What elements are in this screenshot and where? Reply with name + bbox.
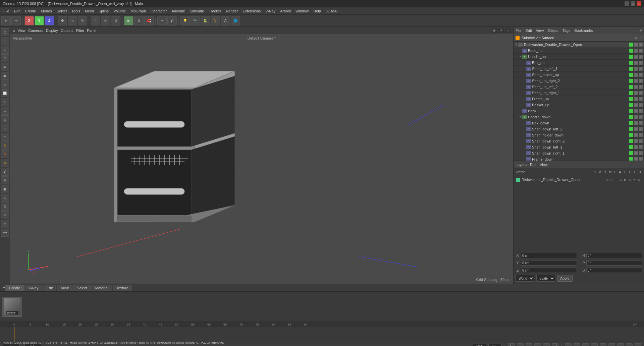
rend-dot-6[interactable]: ⊞ <box>634 85 638 89</box>
mat-menu-icon[interactable]: ≡ <box>3 286 5 290</box>
light-button[interactable]: 💡 <box>180 16 190 25</box>
layer-icon2[interactable]: □ <box>611 178 612 181</box>
layer-icon6[interactable]: ⊕ <box>629 178 631 181</box>
left-tool-curve[interactable]: ~ <box>1 133 9 141</box>
transport-to-end[interactable]: ▶| <box>552 343 558 346</box>
mot-dot-9[interactable]: ✕ <box>639 103 643 107</box>
mot-dot-12[interactable]: ✕ <box>639 121 643 125</box>
paint-button[interactable]: ✏ <box>157 16 167 25</box>
rend-dot-12[interactable]: ⊞ <box>634 121 638 125</box>
menu-item-simulate[interactable]: Simulate <box>188 8 206 14</box>
menu-item-animate[interactable]: Animate <box>169 8 187 14</box>
tree-item-back[interactable]: ◻ Back ⊞ ✕ <box>514 108 644 114</box>
rotate-tool-button[interactable]: ↻ <box>78 16 87 25</box>
panel-icon1[interactable]: ↑ <box>633 28 635 32</box>
left-tool-dollar[interactable]: $ <box>1 141 9 150</box>
timeline-track[interactable] <box>0 327 644 342</box>
layer-icon4[interactable]: ⊡ <box>620 178 622 181</box>
tab-edit[interactable]: Edit <box>43 285 56 291</box>
panel-icon3[interactable]: ⤢ <box>639 28 642 32</box>
mot-dot-13[interactable]: ✕ <box>639 127 643 131</box>
timeline-ruler[interactable]: 0 5 10 15 20 25 30 35 40 45 50 55 60 65 … <box>0 322 644 327</box>
transport-prev-key[interactable]: ◀◀ <box>517 343 524 346</box>
select-all-button[interactable]: ⬚ <box>91 16 100 25</box>
coord-z-pos-input[interactable] <box>521 268 577 273</box>
tree-item-shelf_up_right_1[interactable]: ◻ Shelf_up_right_1 ⊞ ✕ <box>514 90 644 96</box>
menu-item-edit[interactable]: Edit <box>12 8 22 14</box>
menu-item-v-ray[interactable]: V-Ray <box>263 8 277 14</box>
viewport-panel-menu[interactable]: Panel <box>87 28 96 33</box>
tree-item-shelf_holder_down[interactable]: ◻ Shelf_holder_down ⊞ ✕ <box>514 132 644 138</box>
vray-button[interactable]: V <box>211 16 220 25</box>
layer-row-main[interactable]: Dishwasher_Double_Drawer_Open ◎ □ ⬚ ⊡ ▶ … <box>515 176 643 183</box>
mode-x-button[interactable]: X <box>24 16 34 25</box>
layer-icon8[interactable]: ⊞ <box>638 178 641 181</box>
left-tool-points[interactable]: • <box>1 37 9 45</box>
menu-item-volume[interactable]: Volume <box>112 8 128 14</box>
viewport-icon1[interactable]: ⊞ <box>492 28 497 33</box>
menu-item-select[interactable]: Select <box>55 8 69 14</box>
rend-dot-4[interactable]: ⊞ <box>634 73 638 77</box>
world-button[interactable]: 🌐 <box>231 16 240 25</box>
menu-item-render[interactable]: Render <box>224 8 240 14</box>
coord-scale-select[interactable]: Scale <box>536 275 555 282</box>
mot-dot-3[interactable]: ✕ <box>639 67 643 71</box>
viewport-menu-icon[interactable]: ≡ <box>13 28 15 33</box>
tree-item-handle_up[interactable]: ▼ ⊞ Handle_up ⊞ ✕ <box>514 54 644 60</box>
menu-item-spline[interactable]: Spline <box>97 8 111 14</box>
transport-next-frame[interactable]: ▶▶ <box>543 343 550 346</box>
rend-dot-10[interactable]: ⊞ <box>634 109 638 113</box>
tree-item-shelf_up_left_2[interactable]: ◻ Shelf_up_left_2 ⊞ ✕ <box>514 84 644 90</box>
menu-item-mograph[interactable]: MoGraph <box>128 8 148 14</box>
vis-dot-15[interactable] <box>629 139 633 143</box>
coord-p-input[interactable] <box>586 260 642 266</box>
vis-dot-11[interactable] <box>629 115 633 119</box>
rend-dot-3[interactable]: ⊞ <box>634 67 638 71</box>
mot-dot-2[interactable]: ✕ <box>639 61 643 65</box>
arnold-button[interactable]: A <box>221 16 230 25</box>
left-tool-dollar3[interactable]: $ <box>1 159 9 167</box>
settings-button[interactable]: ⚙ <box>111 16 120 25</box>
object-mode-button[interactable]: ◎ <box>101 16 110 25</box>
transport-to-start[interactable]: |◀ <box>508 343 515 346</box>
left-tool-mirror[interactable]: ⟺ <box>1 229 9 237</box>
key-btn6[interactable]: ⊿ <box>635 343 641 346</box>
viewport-filter-menu[interactable]: Filter <box>76 28 84 33</box>
layers-menu[interactable]: Layers <box>516 163 527 167</box>
coord-world-select[interactable]: World <box>516 275 534 282</box>
mot-dot-4[interactable]: ✕ <box>639 73 643 77</box>
mot-dot-14[interactable]: ✕ <box>639 133 643 137</box>
mot-dot-11[interactable]: ✕ <box>639 115 643 119</box>
mot-dot-10[interactable]: ✕ <box>639 109 643 113</box>
maximize-button[interactable]: □ <box>631 1 635 6</box>
mot-dot-18[interactable]: ✕ <box>639 157 643 161</box>
tree-item-frame_up[interactable]: ◻ Frame_up ⊞ ✕ <box>514 96 644 102</box>
auto-key-btn[interactable]: ⊡ <box>582 343 589 346</box>
rend-dot-16[interactable]: ⊞ <box>634 145 638 149</box>
minimize-button[interactable]: ─ <box>625 1 629 6</box>
playback-mode-btn[interactable]: ⊙ <box>565 343 572 346</box>
menu-item-help[interactable]: Help <box>311 8 323 14</box>
key-btn2[interactable]: ⊕ <box>600 343 606 346</box>
tab-edit[interactable]: Edit <box>526 28 532 33</box>
vis-dot-18[interactable] <box>629 157 633 161</box>
menu-item-file[interactable]: File <box>1 8 11 14</box>
vis-dot-16[interactable] <box>629 145 633 149</box>
tree-item-shelf_down_left_1[interactable]: ◻ Shelf_down_left_1 ⊞ ✕ <box>514 144 644 150</box>
material-thumbnail[interactable]: Double_ <box>2 297 22 317</box>
vis-dot-13[interactable] <box>629 127 633 131</box>
tab-file[interactable]: File <box>516 28 522 33</box>
tree-item-shelf_up_right_2[interactable]: ◻ Shelf_up_right_2 ⊞ ✕ <box>514 78 644 84</box>
motion-dot[interactable]: ✕ <box>639 43 643 47</box>
camera-button[interactable]: 📷 <box>191 16 200 25</box>
tree-item-box_down[interactable]: ◻ Box_down ⊞ ✕ <box>514 120 644 126</box>
mot-dot-16[interactable]: ✕ <box>639 145 643 149</box>
frame-end-input2[interactable] <box>488 344 502 346</box>
key-btn3[interactable]: ◎ <box>608 343 615 346</box>
tab-view[interactable]: View <box>536 28 544 33</box>
menu-item-modes[interactable]: Modes <box>39 8 54 14</box>
left-tool-cone[interactable]: △ <box>1 115 9 123</box>
tree-item-shelf_up_left_1[interactable]: ◻ Shelf_up_left_1 ⊞ ✕ <box>514 66 644 72</box>
panel-icon2[interactable]: ↓ <box>636 28 638 32</box>
left-tool-checker[interactable]: ▦ <box>1 72 9 80</box>
